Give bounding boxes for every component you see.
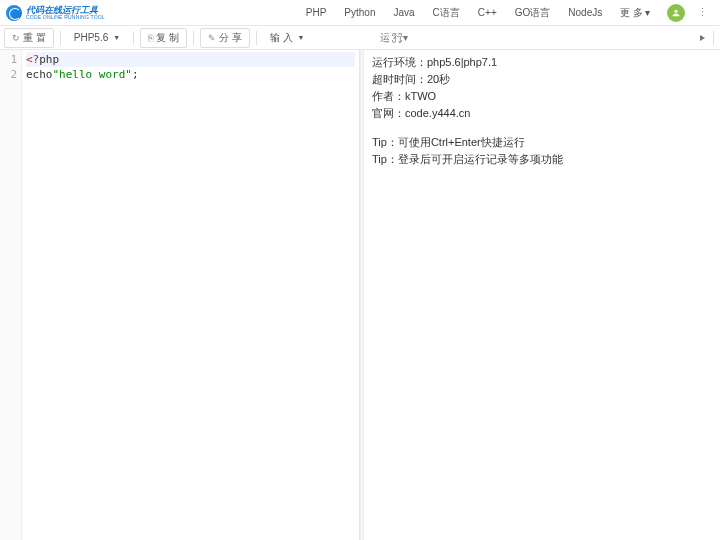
code-area[interactable]: <?php echo"hello word"; bbox=[22, 50, 359, 540]
timeout-value: 20秒 bbox=[427, 73, 450, 85]
logo-icon bbox=[6, 5, 22, 21]
version-select[interactable]: PHP5.6▼ bbox=[67, 30, 127, 45]
divider bbox=[60, 31, 61, 45]
output-panel: 运行环境：php5.6|php7.1 超时时间：20秒 作者：kTWO 官网：c… bbox=[364, 50, 720, 540]
nav-python[interactable]: Python bbox=[335, 7, 384, 18]
chevron-down-icon: ▼ bbox=[298, 34, 305, 41]
site-label: 官网： bbox=[372, 107, 405, 119]
nav-java[interactable]: Java bbox=[384, 7, 423, 18]
output-header: 运 行▾ ⛶ bbox=[372, 26, 416, 50]
nav-go[interactable]: GO语言 bbox=[506, 6, 560, 20]
author-value: kTWO bbox=[405, 90, 436, 102]
share-icon: ✎ bbox=[208, 33, 216, 43]
copy-button[interactable]: ⎘复 制 bbox=[140, 28, 187, 48]
logo[interactable]: 代码在线运行工具 CODE ONLINE RUNNING TOOL bbox=[6, 5, 105, 21]
chevron-down-icon: ▼ bbox=[113, 34, 120, 41]
author-label: 作者： bbox=[372, 90, 405, 102]
logo-title-en: CODE ONLINE RUNNING TOOL bbox=[26, 15, 105, 20]
avatar[interactable] bbox=[667, 4, 685, 22]
tip-label: Tip： bbox=[372, 153, 398, 165]
tip-label: Tip： bbox=[372, 136, 398, 148]
reset-icon: ↻ bbox=[12, 33, 20, 43]
fullscreen-icon[interactable]: ⛶ bbox=[385, 32, 408, 44]
divider bbox=[193, 31, 194, 45]
line-gutter: 1 2 bbox=[0, 50, 22, 540]
copy-icon: ⎘ bbox=[148, 33, 153, 43]
nav-php[interactable]: PHP bbox=[297, 7, 336, 18]
user-icon bbox=[671, 8, 681, 18]
nav-c[interactable]: C语言 bbox=[424, 6, 469, 20]
toolbar: ↻重 置 PHP5.6▼ ⎘复 制 ✎分 享 输 入▼ bbox=[0, 26, 720, 50]
more-menu-icon[interactable]: ⋮ bbox=[691, 6, 714, 19]
main-split: 1 2 <?php echo"hello word"; 运行环境：php5.6|… bbox=[0, 50, 720, 540]
tip-text: 可使用Ctrl+Enter快捷运行 bbox=[398, 136, 525, 148]
divider bbox=[256, 31, 257, 45]
chevron-down-icon: ▾ bbox=[645, 7, 650, 18]
site-value: code.y444.cn bbox=[405, 107, 470, 119]
code-editor[interactable]: 1 2 <?php echo"hello word"; bbox=[0, 50, 360, 540]
top-bar: 代码在线运行工具 CODE ONLINE RUNNING TOOL PHP Py… bbox=[0, 0, 720, 26]
reset-button[interactable]: ↻重 置 bbox=[4, 28, 54, 48]
tip-text: 登录后可开启运行记录等多项功能 bbox=[398, 153, 563, 165]
env-label: 运行环境： bbox=[372, 56, 427, 68]
play-icon bbox=[700, 35, 705, 41]
language-nav: PHP Python Java C语言 C++ GO语言 NodeJs 更 多▾ bbox=[297, 6, 659, 20]
nav-cpp[interactable]: C++ bbox=[469, 7, 506, 18]
timeout-label: 超时时间： bbox=[372, 73, 427, 85]
divider bbox=[713, 31, 714, 45]
input-button[interactable]: 输 入▼ bbox=[263, 29, 312, 47]
env-value: php5.6|php7.1 bbox=[427, 56, 497, 68]
nav-more[interactable]: 更 多▾ bbox=[611, 6, 659, 20]
divider bbox=[133, 31, 134, 45]
nav-nodejs[interactable]: NodeJs bbox=[559, 7, 611, 18]
run-button-left[interactable] bbox=[692, 33, 707, 43]
share-button[interactable]: ✎分 享 bbox=[200, 28, 250, 48]
